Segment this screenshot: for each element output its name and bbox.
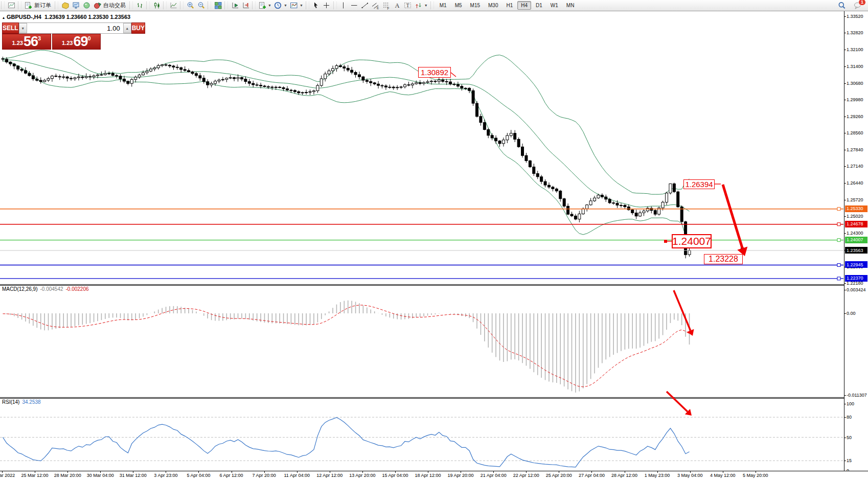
chart-shift-icon[interactable] <box>240 1 251 10</box>
market-watch-icon[interactable] <box>71 1 81 10</box>
price-axis-tick: 1.27840 <box>847 147 863 152</box>
navigator-icon[interactable] <box>81 1 92 10</box>
indicators-icon-dropdown-caret[interactable]: ▼ <box>268 4 271 7</box>
timeframe-button-m5[interactable]: M5 <box>451 1 466 10</box>
toolbar-group-grip <box>146 2 150 9</box>
price-axis-tick: 1.33520 <box>847 14 863 19</box>
toolbar-group-grip <box>252 2 256 9</box>
time-axis-label: 1 May 23:00 <box>645 473 670 478</box>
macd-signal-value: -0.002206 <box>66 286 89 292</box>
indicators-icon[interactable] <box>257 1 268 10</box>
price-level-label: 1.25330 <box>845 205 867 212</box>
panel-separator[interactable] <box>0 397 844 399</box>
periods-icon[interactable] <box>273 1 284 10</box>
timeframe-button-m15[interactable]: M15 <box>467 1 484 10</box>
time-axis-label: 7 Apr 20:00 <box>253 473 276 478</box>
time-axis-label: 3 Apr 23:00 <box>154 473 177 478</box>
price-axis-tick: 1.24300 <box>847 231 863 236</box>
price-axis[interactable]: 1.335201.328201.321001.314001.306801.299… <box>844 11 868 471</box>
toolbar-group-grip <box>1 2 5 9</box>
tile-windows-icon[interactable] <box>213 1 223 10</box>
buy-price[interactable]: 1.23 69 0 <box>52 34 101 50</box>
toolbar-group-grip <box>208 2 211 9</box>
price-axis-tick: 1.28560 <box>847 130 863 135</box>
sell-button[interactable]: SELL <box>2 22 19 34</box>
symbol-ohlc: 1.23639 1.23660 1.23530 1.23563 <box>44 14 130 20</box>
price-axis-tick: 1.26440 <box>847 180 863 186</box>
timeframe-button-m1[interactable]: M1 <box>436 1 450 10</box>
toolbar-group-grip <box>18 2 21 9</box>
autotrading-icon[interactable] <box>92 1 103 10</box>
templates-icon[interactable] <box>289 1 300 10</box>
volume-input[interactable] <box>27 23 123 33</box>
templates-icon-dropdown-caret[interactable]: ▼ <box>300 4 303 7</box>
time-axis-label: 3 May 04:00 <box>677 473 703 478</box>
toolbar-group-grip <box>163 2 167 9</box>
svg-text:F: F <box>387 6 390 10</box>
fibonacci-icon[interactable]: F <box>381 1 392 10</box>
new-order-icon[interactable] <box>23 1 34 10</box>
trendline-icon[interactable] <box>360 1 371 10</box>
svg-text:A: A <box>395 2 400 9</box>
vertical-line-icon[interactable] <box>338 1 349 10</box>
periods-icon-dropdown-caret[interactable]: ▼ <box>284 4 287 7</box>
buy-button[interactable]: BUY <box>131 22 145 34</box>
buy-price-main: 69 <box>73 35 87 48</box>
toolbar: 新订单自动交易▼▼▼EFAT▼M1M5M15M30H1H4D1W1MN1 <box>0 0 868 11</box>
text-icon[interactable]: A <box>392 1 403 10</box>
price-annotation-label[interactable]: 1.26394 <box>683 179 715 189</box>
time-axis-label: 12 Apr 12:00 <box>316 473 342 478</box>
bar-chart-icon[interactable] <box>134 1 145 10</box>
macd-data-window-label: MACD(12,26,9)-0.004542-0.002206 <box>2 286 89 292</box>
time-axis-label: 21 Apr 04:00 <box>481 473 507 478</box>
rsi-indicator-panel[interactable] <box>0 399 843 471</box>
rsi-data-window-label: RSI(14)34.2538 <box>2 399 41 405</box>
price-annotation-label[interactable]: 1.23228 <box>704 254 743 264</box>
auto-scroll-icon[interactable] <box>230 1 240 10</box>
price-chart-canvas <box>0 11 843 284</box>
volume-increase-button[interactable]: ▲ <box>123 23 131 33</box>
time-axis[interactable]: 24 Mar 202225 Mar 12:0028 Mar 20:0030 Ma… <box>0 471 868 481</box>
equidistant-channel-icon[interactable]: E <box>371 1 381 10</box>
candlestick-chart-icon[interactable] <box>151 1 162 10</box>
zoom-in-icon[interactable] <box>185 1 196 10</box>
timeframe-button-m30[interactable]: M30 <box>485 1 501 10</box>
price-annotation-label[interactable]: 1.30892 <box>418 67 451 78</box>
price-level-label: 1.23563 <box>845 247 867 254</box>
timeframe-button-h1[interactable]: H1 <box>502 1 516 10</box>
crosshair-icon[interactable] <box>322 1 332 10</box>
arrows-icon-dropdown-caret[interactable]: ▼ <box>424 4 428 7</box>
arrows-icon[interactable] <box>414 1 424 10</box>
rsi-axis-tick: 50 <box>847 435 852 440</box>
price-chart-panel[interactable] <box>0 11 843 284</box>
timeframe-button-d1[interactable]: D1 <box>532 1 546 10</box>
price-level-label: 1.24678 <box>845 221 867 227</box>
time-axis-label: 6 Apr 12:00 <box>220 473 243 478</box>
one-click-collapse-icon[interactable]: ▴ <box>3 15 5 20</box>
cursor-icon[interactable] <box>311 1 322 10</box>
panel-separator[interactable] <box>0 284 844 286</box>
macd-main-value: -0.004542 <box>40 286 63 292</box>
price-annotation-label[interactable]: 1.24007 <box>672 234 712 248</box>
chart-window-icon[interactable] <box>6 1 17 10</box>
horizontal-line-icon[interactable] <box>349 1 360 10</box>
toolbar-group-grip <box>180 2 184 9</box>
timeframe-button-h4[interactable]: H4 <box>517 1 531 10</box>
macd-indicator-panel[interactable] <box>0 286 843 397</box>
timeframe-button-w1[interactable]: W1 <box>547 1 562 10</box>
search-icon[interactable] <box>836 1 847 10</box>
sell-price-prefix: 1.23 <box>12 40 22 46</box>
chat-icon[interactable]: 1 <box>852 1 863 10</box>
timeframe-button-mn[interactable]: MN <box>563 1 578 10</box>
line-chart-icon[interactable] <box>168 1 179 10</box>
text-label-icon[interactable]: T <box>403 1 414 10</box>
volume-decrease-button[interactable]: ▼ <box>19 23 27 33</box>
price-axis-tick: 1.30680 <box>847 81 863 86</box>
macd-axis-tick: 0.00 <box>847 311 856 316</box>
chart-profile-icon[interactable] <box>60 1 71 10</box>
time-axis-label: 25 Mar 12:00 <box>21 473 49 478</box>
macd-axis-tick: 0.003424 <box>847 287 866 292</box>
toolbar-group-grip <box>430 2 434 9</box>
sell-price[interactable]: 1.23 56 3 <box>2 34 51 50</box>
zoom-out-icon[interactable] <box>196 1 207 10</box>
